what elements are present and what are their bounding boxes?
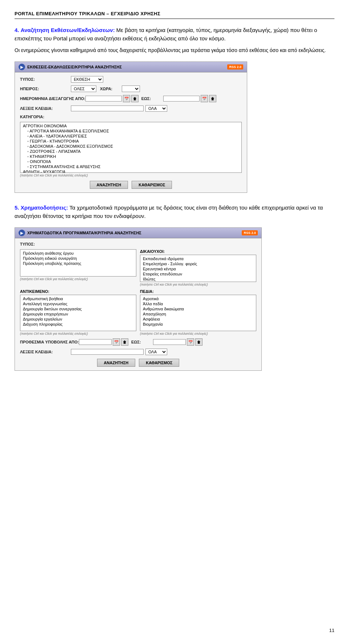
list-item[interactable]: ◦ ΚΤΗΝΙΑΤΡΙΚΗ — [21, 154, 240, 159]
deadline-to-cal-icon[interactable]: 📅 — [187, 338, 194, 346]
list-item[interactable]: Πρόσκληση ειδικού συνεργάτη — [21, 256, 135, 261]
category-row: ΚΑΤΗΓΟΡΙΑ: — [20, 115, 242, 119]
list-item[interactable]: Ανταλλαγή τεχνογνωσίας — [21, 301, 135, 306]
funding-keywords-row: ΛΕΞΕΙΣ ΚΛΕΙΔΙΑ: ΟΛΑ — [20, 349, 256, 355]
list-item[interactable]: Πρόσκληση υποβολής πρότασης — [21, 261, 135, 266]
list-item[interactable]: ΑΓΡΟΤΙΚΗ ΟΙΚΟΝΟΜΙΑ — [21, 123, 240, 128]
clear-button-2[interactable]: ΚΑΘΑΡΙΣΜΟΣ — [139, 359, 179, 367]
widget-exhibitions-title: ΕΚΘΕΣΕΙΣ-ΕΚΔΗΛΩΣΕΙΣ/ΚΡΙΤΗΡΙΑ ΑΝΑΖΗΤΗΣΗΣ — [27, 65, 122, 69]
ben-hint: (πατήστε Ctrl και Click για πολλαπλές επ… — [140, 283, 256, 286]
widget-exhibitions-header: ▶ ΕΚΘΕΣΕΙΣ-ΕΚΔΗΛΩΣΕΙΣ/ΚΡΙΤΗΡΙΑ ΑΝΑΖΗΤΗΣΗ… — [15, 62, 247, 72]
funding-type-row: ΤΥΠΟΣ: — [20, 242, 256, 246]
deadline-from-clear-icon[interactable]: 🗑 — [121, 338, 128, 346]
country-select[interactable] — [122, 86, 140, 92]
list-item[interactable]: Πρόσκληση ανάθεσης έργου — [21, 251, 135, 256]
funding-beneficiaries-col: ΔΙΚΑΙΟΥΧΟΙ: Εκπαιδευτικά ιδρύματα Επιμελ… — [140, 249, 256, 286]
funding-types-col: Πρόσκληση ανάθεσης έργου Πρόσκληση ειδικ… — [20, 249, 136, 286]
funding-keywords-label: ΛΕΞΕΙΣ ΚΛΕΙΔΙΑ: — [20, 350, 71, 354]
deadline-from-cal-icon[interactable]: 📅 — [113, 338, 120, 346]
search-button-1[interactable]: ΑΝΑΖΗΤΗΣΗ — [90, 181, 128, 189]
date-from-input[interactable] — [85, 96, 122, 102]
search-button-2[interactable]: ΑΝΑΖΗΤΗΣΗ — [97, 359, 136, 367]
funding-two-col-1: Πρόσκληση ανάθεσης έργου Πρόσκληση ειδικ… — [20, 249, 256, 286]
widget-funding-icon: ▶ — [19, 230, 25, 236]
funding-subject-col: ΑΝΤΙΚΕΙΜΕΝΟ: Ανθρωπιστική βοήθεια Ανταλλ… — [20, 289, 136, 335]
date-to-cal-icon[interactable]: 📅 — [201, 95, 208, 102]
list-item[interactable]: Επιμελητήρια - Συλλογ. φορείς — [141, 261, 255, 266]
clear-button-1[interactable]: ΚΑΘΑΡΙΣΜΟΣ — [132, 181, 172, 189]
widget1-btn-row: ΑΝΑΖΗΤΗΣΗ ΚΑΘΑΡΙΣΜΟΣ — [20, 181, 242, 189]
type-row: ΤΥΠΟΣ: ΕΚΘΕΣΗ ΕΚΔΗΛΩΣΗ — [20, 76, 242, 83]
list-item[interactable]: Διάχυση πληροφορίας — [21, 322, 135, 327]
list-item[interactable]: Απασχόληση — [141, 311, 255, 317]
funding-keywords-select[interactable]: ΟΛΑ — [145, 349, 167, 355]
widget-funding-header-title: ▶ ΧΡΗΜΑΤΟΔΟΤΙΚΑ ΠΡΟΓΡΑΜΜΑΤΑ/ΚΡΙΤΗΡΙΑ ΑΝΑ… — [19, 230, 141, 236]
list-item[interactable]: ΑΘΛΗΣΗ - ΨΥΧΑΓΩΓΙΑ — [21, 169, 240, 173]
widget-exhibitions: ▶ ΕΚΘΕΣΕΙΣ-ΕΚΔΗΛΩΣΕΙΣ/ΚΡΙΤΗΡΙΑ ΑΝΑΖΗΤΗΣΗ… — [15, 61, 247, 193]
widget-exhibitions-header-title: ▶ ΕΚΘΕΣΕΙΣ-ΕΚΔΗΛΩΣΕΙΣ/ΚΡΙΤΗΡΙΑ ΑΝΑΖΗΤΗΣΗ… — [19, 64, 122, 70]
category-hint: (πατήστε Ctrl και Click για πολλαπλές επ… — [20, 174, 242, 177]
category-label: ΚΑΤΗΓΟΡΙΑ: — [20, 115, 71, 119]
list-item[interactable]: Ασφάλεια — [141, 317, 255, 322]
section-5-number: 5. — [15, 204, 19, 211]
widget-funding: ▶ ΧΡΗΜΑΤΟΔΟΤΙΚΑ ΠΡΟΓΡΑΜΜΑΤΑ/ΚΡΙΤΗΡΙΑ ΑΝΑ… — [15, 227, 262, 371]
list-item[interactable]: Αγροτικά — [141, 296, 255, 301]
list-item[interactable]: ◦ ΣΥΣΤΗΜΑΤΑ ΑΝΤΛΗΣΗΣ & ΑΡΔΕΥΣΗΣ — [21, 164, 240, 169]
list-item[interactable]: ◦ ΑΓΡΟΤΙΚΑ ΜΗΧΑΝΗΜΑΤΑ & ΕΞΟΠΛΙΣΜΟΣ — [21, 128, 240, 134]
widget-funding-body: ΤΥΠΟΣ: Πρόσκληση ανάθεσης έργου Πρόσκλησ… — [15, 238, 261, 370]
list-item[interactable]: Δημιουργία επιχειρήσεων — [21, 311, 135, 317]
list-item[interactable]: Ερευνητικά κέντρα — [141, 266, 255, 271]
list-item[interactable]: Άλλα πεδία — [141, 301, 255, 306]
section-4-label-bold: 4. — [15, 27, 19, 33]
funding-keywords-input[interactable] — [71, 349, 144, 355]
fields-listbox[interactable]: Αγροτικά Άλλα πεδία Ανθρώπινα δικαιώματα… — [140, 295, 256, 331]
country-label: ΧΩΡΑ: — [100, 87, 122, 91]
subject-label: ΑΝΤΙΚΕΙΜΕΝΟ: — [20, 289, 136, 294]
beneficiaries-label: ΔΙΚΑΙΟΥΧΟΙ: — [140, 249, 256, 254]
date-to-clear-icon[interactable]: 🗑 — [209, 95, 216, 102]
funding-types-listbox[interactable]: Πρόσκληση ανάθεσης έργου Πρόσκληση ειδικ… — [20, 249, 136, 277]
type-select[interactable]: ΕΚΘΕΣΗ ΕΚΔΗΛΩΣΗ — [71, 76, 103, 83]
deadline-row: ΠΡΟΘΕΣΜΙΑ ΥΠΟΒΟΛΗΣ ΑΠΟ: 📅 🗑 ΕΩΣ: 📅 🗑 — [20, 338, 256, 346]
header-title: PORTAL ΕΠΙΜΕΛΗΤΗΡΙΟΥ ΤΡΙΚΑΛΩΝ – ΕΓΧΕΙΡΙΔ… — [15, 11, 160, 16]
deadline-to-clear-icon[interactable]: 🗑 — [195, 338, 202, 346]
list-item[interactable]: ◦ ΑΛΙΕΙΑ - ΥΔΑΤΟΚΑΛΛΙΕΡΓΕΙΕΣ — [21, 134, 240, 139]
list-item[interactable]: Δημιουργία εργαλείων — [21, 317, 135, 322]
rss-badge-2: RSS 2.0 — [242, 230, 258, 235]
list-item[interactable]: Δημιουργία δικτύων συνεργασίας — [21, 306, 135, 311]
widget-icon: ▶ — [19, 64, 25, 70]
list-item[interactable]: Ιδιώτες — [141, 277, 255, 282]
beneficiaries-listbox[interactable]: Εκπαιδευτικά ιδρύματα Επιμελητήρια - Συλ… — [140, 255, 256, 282]
list-item[interactable]: ◦ ΖΩΟΤΡΟΦΕΣ - ΛΙΠΑΣΜΑΤΑ — [21, 149, 240, 154]
deadline-from-input[interactable] — [79, 339, 112, 345]
list-item[interactable]: Εκπαιδευτικά ιδρύματα — [141, 256, 255, 261]
widget-funding-title: ΧΡΗΜΑΤΟΔΟΤΙΚΑ ΠΡΟΓΡΑΜΜΑΤΑ/ΚΡΙΤΗΡΙΑ ΑΝΑΖΗ… — [27, 231, 141, 235]
fields-hint: (πατήστε Ctrl και Click για πολλαπλές επ… — [140, 332, 256, 335]
list-item[interactable]: Κρατικές - Δημόσιες υπηρεσίες — [141, 282, 255, 282]
section-4-body: Οι ενημερώσεις γίνονται καθημερινά από τ… — [15, 46, 334, 54]
section-4-title-bold: Αναζήτηση Εκθέσεων/Εκδηλώσεων: — [21, 27, 115, 33]
region-label: ΗΠΕΙΡΟΣ: — [20, 87, 71, 91]
list-item[interactable]: Ανθρωπιστική βοήθεια — [21, 296, 135, 301]
list-item[interactable]: Εταιρείες επενδύσεων — [141, 271, 255, 277]
deadline-to-input[interactable] — [153, 339, 186, 345]
section-4: 4. Αναζήτηση Εκθέσεων/Εκδηλώσεων: Με βάσ… — [15, 26, 334, 54]
list-item[interactable]: ◦ ΓΕΩΡΓΙΑ - ΚΤΗΝΟΤΡΟΦΙΑ — [21, 139, 240, 144]
keywords-input[interactable] — [71, 106, 144, 111]
section-5-title: 5. Χρηματοδοτήσεις: Τα χρηματοδοτικά προ… — [15, 204, 334, 220]
list-item[interactable]: Βιομηχανία — [141, 322, 255, 327]
date-to-input[interactable] — [163, 96, 200, 102]
keywords-select[interactable]: ΟΛΑ — [145, 105, 167, 112]
types-hint: (πατήστε Ctrl και Click για πολλαπλές επ… — [20, 277, 136, 281]
subject-listbox[interactable]: Ανθρωπιστική βοήθεια Ανταλλαγή τεχνογνωσ… — [20, 295, 136, 331]
region-select[interactable]: ΟΛΕΣ — [71, 86, 96, 92]
date-from-clear-icon[interactable]: 🗑 — [131, 95, 139, 102]
category-listbox[interactable]: ΑΓΡΟΤΙΚΗ ΟΙΚΟΝΟΜΙΑ ◦ ΑΓΡΟΤΙΚΑ ΜΗΧΑΝΗΜΑΤΑ… — [20, 122, 242, 173]
list-item[interactable]: ◦ ΔΑΣΟΚΟΜΙΑ - ΔΑΣΟΚΟΜΙΚΟΣ ΕΞΟΠΛΙΣΜΟΣ — [21, 144, 240, 149]
date-row: ΗΜΕΡΟΜΗΝΙΑ ΔΙΕΞΑΓΩΓΗΣ ΑΠΟ: 📅 🗑 ΕΩΣ: 📅 🗑 — [20, 95, 242, 102]
list-item[interactable]: ◦ ΟΙΝΟΠΟΙΙΑ — [21, 159, 240, 164]
funding-type-label: ΤΥΠΟΣ: — [20, 242, 71, 246]
date-from-cal-icon[interactable]: 📅 — [123, 95, 130, 102]
list-item[interactable]: Ανθρώπινα δικαιώματα — [141, 306, 255, 311]
deadline-from-label: ΠΡΟΘΕΣΜΙΑ ΥΠΟΒΟΛΗΣ ΑΠΟ: — [20, 340, 79, 344]
